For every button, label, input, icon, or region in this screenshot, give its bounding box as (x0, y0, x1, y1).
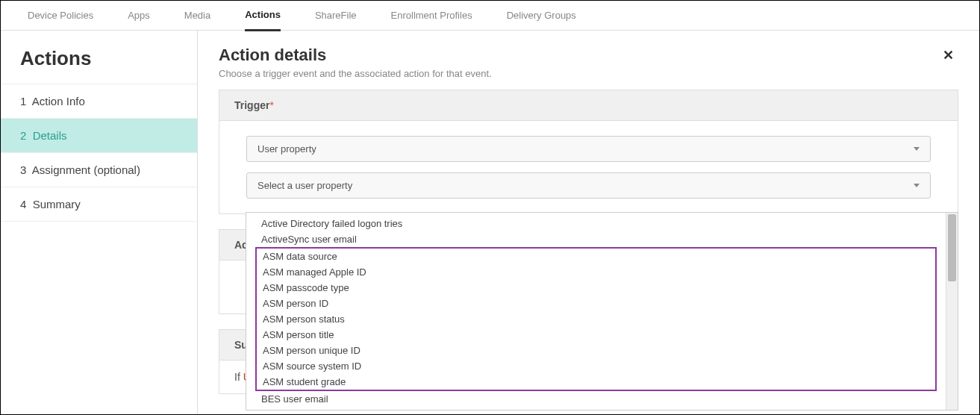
page-title: Action details (219, 46, 492, 65)
option-asm-source-system-id[interactable]: ASM source system ID (261, 358, 931, 374)
option-asm-person-id[interactable]: ASM person ID (261, 296, 931, 311)
trigger-panel-body: User property Select a user property (219, 121, 958, 214)
option-asm-person-title[interactable]: ASM person title (261, 327, 931, 343)
sidebar: Actions 1 Action Info 2 Details 3 Assign… (1, 31, 198, 414)
asm-options-highlight: ASM data source ASM managed Apple ID ASM… (255, 247, 937, 391)
option-bes-user-email[interactable]: BES user email (246, 391, 946, 407)
top-tabs: Device Policies Apps Media Actions Share… (1, 1, 979, 31)
sidebar-title: Actions (1, 31, 197, 84)
option-ad-failed-logon[interactable]: Active Directory failed logon tries (246, 216, 946, 231)
user-property-dropdown[interactable]: Select a user property (246, 172, 931, 199)
option-asm-student-grade[interactable]: ASM student grade (261, 374, 931, 390)
close-button[interactable]: ✕ (938, 46, 958, 65)
tab-actions[interactable]: Actions (245, 0, 281, 31)
option-asm-person-status[interactable]: ASM person status (261, 311, 931, 327)
option-asm-passcode-type[interactable]: ASM passcode type (261, 280, 931, 296)
caret-down-icon (914, 184, 920, 187)
caret-down-icon (914, 147, 920, 151)
option-asm-managed-apple-id[interactable]: ASM managed Apple ID (261, 264, 931, 280)
trigger-panel-header: Trigger* (219, 90, 958, 121)
scrollbar-thumb[interactable] (948, 214, 956, 281)
tab-media[interactable]: Media (184, 1, 210, 30)
dropdown-scrollbar[interactable] (946, 213, 958, 410)
tab-enrollment-profiles[interactable]: Enrollment Profiles (391, 1, 472, 30)
tab-apps[interactable]: Apps (128, 1, 150, 30)
tab-sharefile[interactable]: ShareFile (315, 1, 357, 30)
step-summary[interactable]: 4 Summary (1, 187, 197, 222)
tab-delivery-groups[interactable]: Delivery Groups (507, 1, 576, 30)
option-asm-person-unique-id[interactable]: ASM person unique ID (261, 343, 931, 358)
step-assignment[interactable]: 3 Assignment (optional) (1, 153, 197, 187)
option-activesync-email[interactable]: ActiveSync user email (246, 231, 946, 247)
option-asm-data-source[interactable]: ASM data source (261, 249, 931, 264)
user-property-options-list[interactable]: Active Directory failed logon tries Acti… (246, 212, 958, 411)
content-area: Action details Choose a trigger event an… (198, 31, 979, 414)
page-subtitle: Choose a trigger event and the associate… (219, 68, 492, 79)
tab-device-policies[interactable]: Device Policies (28, 1, 93, 30)
trigger-type-dropdown[interactable]: User property (246, 136, 931, 162)
step-details[interactable]: 2 Details (1, 119, 197, 153)
step-action-info[interactable]: 1 Action Info (1, 84, 197, 119)
